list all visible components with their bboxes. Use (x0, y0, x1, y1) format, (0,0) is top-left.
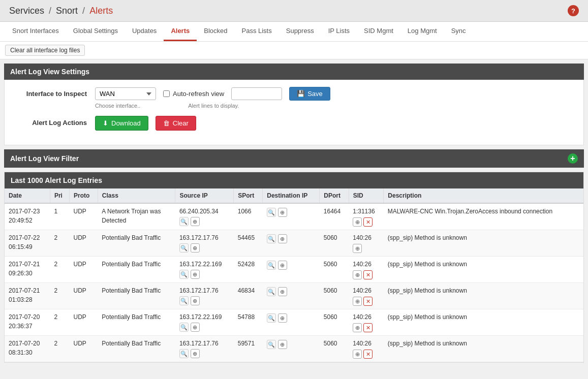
actions-content: ⬇ Download 🗑 Clear (95, 116, 574, 131)
search-icon[interactable]: 🔍 (179, 349, 189, 358)
cell-description: (spp_sip) Method is unknown (384, 336, 583, 362)
search-icon[interactable]: 🔍 (179, 296, 189, 305)
table-row: 2017-07-2206:15:492UDPPotentially Bad Tr… (5, 230, 583, 257)
sid-remove-icon[interactable]: ✕ (363, 217, 373, 227)
search-dest-icon[interactable]: 🔍 (267, 287, 276, 296)
alert-lines-input[interactable]: 1000 (231, 87, 282, 100)
add-dest-icon[interactable]: ⊕ (278, 340, 287, 349)
cell-dport: 5060 (320, 283, 349, 309)
add-dest-icon[interactable]: ⊕ (278, 234, 287, 243)
tab-sync[interactable]: Sync (444, 22, 473, 41)
search-dest-icon[interactable]: 🔍 (267, 313, 276, 323)
cell-date: 2017-07-2020:36:37 (5, 309, 50, 336)
cell-dest-ip: 🔍⊕ (263, 203, 320, 230)
add-dest-icon[interactable]: ⊕ (278, 313, 287, 323)
sid-add-icon[interactable]: ⊕ (353, 270, 362, 279)
tab-snort-interfaces[interactable]: Snort Interfaces (5, 22, 66, 41)
interface-content: WAN LAN Auto-refresh view 1000 💾 Save Ch… (95, 87, 574, 109)
search-dest-icon[interactable]: 🔍 (267, 234, 276, 243)
breadcrumb: Services / Snort / Alerts (9, 6, 113, 16)
cell-dport: 16464 (320, 203, 349, 230)
toolbar: Clear all interface log files (0, 42, 588, 59)
add-dest-icon[interactable]: ⊕ (278, 287, 287, 296)
cell-class: Potentially Bad Traffic (98, 257, 175, 283)
search-icon[interactable]: 🔍 (179, 243, 189, 252)
filter-add-icon[interactable]: + (568, 153, 578, 164)
cell-description: (spp_sip) Method is unknown (384, 257, 583, 283)
search-dest-icon[interactable]: 🔍 (267, 340, 276, 349)
cell-date: 2017-07-2101:03:28 (5, 283, 50, 309)
table-row: 2017-07-2020:36:372UDPPotentially Bad Tr… (5, 309, 583, 336)
cell-sport: 54788 (234, 309, 263, 336)
tab-global-settings[interactable]: Global Settings (66, 22, 125, 41)
sid-add-icon[interactable]: ⊕ (353, 217, 362, 227)
sid-remove-icon[interactable]: ✕ (363, 350, 373, 359)
add-dest-icon[interactable]: ⊕ (278, 208, 287, 217)
help-icon[interactable]: ? (568, 5, 579, 16)
interface-label: Interface to Inspect (14, 87, 95, 98)
cell-pri: 2 (50, 230, 69, 257)
clear-all-logs-button[interactable]: Clear all interface log files (5, 45, 85, 56)
cell-pri: 1 (50, 203, 69, 230)
settings-body: Interface to Inspect WAN LAN Auto-refres… (4, 80, 584, 145)
cell-description: (spp_sip) Method is unknown (384, 230, 583, 257)
search-icon[interactable]: 🔍 (179, 217, 189, 226)
auto-refresh-label: Auto-refresh view (173, 90, 224, 98)
interface-inline: WAN LAN Auto-refresh view 1000 💾 Save (95, 87, 574, 101)
table-row: 2017-07-2101:03:282UDPPotentially Bad Tr… (5, 283, 583, 309)
sid-add-icon[interactable]: ⊕ (353, 297, 362, 306)
search-dest-icon[interactable]: 🔍 (267, 261, 276, 270)
sid-add-icon[interactable]: ⊕ (353, 244, 362, 253)
interface-select[interactable]: WAN LAN (95, 87, 156, 100)
clear-button[interactable]: 🗑 Clear (156, 116, 196, 131)
cell-dest-ip: 🔍⊕ (263, 230, 320, 257)
auto-refresh-checkbox[interactable] (163, 90, 170, 97)
add-source-icon[interactable]: ⊕ (191, 323, 200, 332)
sid-remove-icon[interactable]: ✕ (363, 270, 373, 279)
add-source-icon[interactable]: ⊕ (191, 349, 200, 358)
download-button[interactable]: ⬇ Download (95, 116, 148, 131)
add-source-icon[interactable]: ⊕ (191, 296, 200, 305)
tab-sid-mgmt[interactable]: SID Mgmt (357, 22, 400, 41)
col-date: Date (5, 188, 50, 203)
sid-add-icon[interactable]: ⊕ (353, 323, 362, 332)
cell-class: Potentially Bad Traffic (98, 309, 175, 336)
sid-remove-icon[interactable]: ✕ (363, 323, 373, 332)
tab-blocked[interactable]: Blocked (197, 22, 234, 41)
breadcrumb-sep2: / (82, 6, 87, 16)
trash-icon: 🗑 (163, 119, 170, 127)
cell-pri: 2 (50, 283, 69, 309)
tab-alerts[interactable]: Alerts (164, 22, 197, 41)
add-source-icon[interactable]: ⊕ (191, 217, 200, 226)
download-label: Download (111, 119, 141, 127)
filter-title: Alert Log View Filter (10, 154, 79, 163)
alert-lines-hint: Alert lines to display. (188, 103, 239, 109)
sid-add-icon[interactable]: ⊕ (353, 350, 362, 359)
cell-sport: 52428 (234, 257, 263, 283)
search-icon[interactable]: 🔍 (179, 270, 189, 279)
interface-row: Interface to Inspect WAN LAN Auto-refres… (14, 87, 574, 109)
search-icon[interactable]: 🔍 (179, 323, 189, 332)
tab-suppress[interactable]: Suppress (279, 22, 321, 41)
cell-description: (spp_sip) Method is unknown (384, 283, 583, 309)
sid-remove-icon[interactable]: ✕ (363, 297, 373, 306)
search-dest-icon[interactable]: 🔍 (267, 208, 276, 217)
add-source-icon[interactable]: ⊕ (191, 270, 200, 279)
add-source-icon[interactable]: ⊕ (191, 243, 200, 252)
save-button[interactable]: 💾 Save (289, 87, 330, 101)
cell-dest-ip: 🔍⊕ (263, 283, 320, 309)
cell-pri: 2 (50, 257, 69, 283)
tab-pass-lists[interactable]: Pass Lists (234, 22, 278, 41)
table-section: Last 1000 Alert Log Entries Date Pri Pro… (4, 172, 584, 363)
actions-label: Alert Log Actions (14, 116, 95, 127)
tab-updates[interactable]: Updates (125, 22, 164, 41)
add-dest-icon[interactable]: ⊕ (278, 261, 287, 270)
table-title: Last 1000 Alert Log Entries (5, 172, 583, 188)
tab-log-mgmt[interactable]: Log Mgmt (400, 22, 444, 41)
col-description: Description (384, 188, 583, 203)
tab-ip-lists[interactable]: IP Lists (321, 22, 357, 41)
actions-buttons: ⬇ Download 🗑 Clear (95, 116, 574, 131)
cell-proto: UDP (70, 257, 98, 283)
cell-source-ip: 163.172.17.76🔍⊕ (175, 283, 234, 309)
breadcrumb-alerts[interactable]: Alerts (89, 6, 113, 16)
